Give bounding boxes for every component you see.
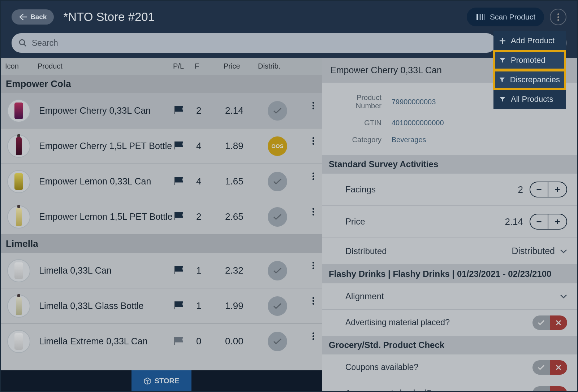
menu-promoted[interactable]: Promoted <box>493 51 566 70</box>
advertising-toggle[interactable] <box>532 315 567 330</box>
product-icon <box>7 135 30 158</box>
distrib-check[interactable] <box>268 332 287 351</box>
menu-all-label: All Products <box>511 95 553 104</box>
funnel-icon <box>499 57 506 63</box>
distributed-label: Distributed <box>345 246 387 256</box>
group-header: Empower Cola <box>1 75 322 93</box>
price-value: 2.32 <box>225 265 259 276</box>
meta-label-productnumber: Product Number <box>330 93 392 110</box>
product-row[interactable]: Empower Lemon 1,5L PET Bottle 2 2.65 <box>1 199 322 235</box>
coupons-question: Coupons available? <box>345 362 418 373</box>
search-placeholder: Search <box>32 38 58 48</box>
facings-value: 2 <box>196 105 225 116</box>
price-value: 0.00 <box>225 336 259 347</box>
distrib-check[interactable] <box>268 296 287 316</box>
product-row[interactable]: Limella Extreme 0,33L Can 0 0.00 <box>1 324 322 359</box>
funnel-icon <box>499 77 505 83</box>
price-value: 1.89 <box>225 140 259 152</box>
scan-label: Scan Product <box>490 13 535 21</box>
distributed-value: Distributed <box>512 246 555 256</box>
pl-flag <box>174 177 196 186</box>
distrib-check[interactable] <box>268 101 287 121</box>
menu-add-label: Add Product <box>511 36 555 45</box>
product-icon <box>7 330 30 353</box>
back-button[interactable]: Back <box>12 9 54 25</box>
product-icon <box>7 295 30 318</box>
price-value: 2.14 <box>225 105 259 116</box>
col-icon: Icon <box>5 62 38 70</box>
facings-plus[interactable]: + <box>548 182 566 197</box>
facings-value: 4 <box>196 140 225 152</box>
scan-product-button[interactable]: Scan Product <box>467 8 544 26</box>
meta-label-category: Category <box>330 136 392 144</box>
col-product: Product <box>38 62 173 70</box>
overflow-menu-button[interactable] <box>550 9 566 25</box>
check-icon <box>538 320 545 326</box>
price-value: 1.65 <box>225 176 259 187</box>
barcode-icon <box>475 13 486 21</box>
alignment-dropdown[interactable] <box>560 294 567 299</box>
row-overflow-button[interactable] <box>312 173 314 180</box>
facings-value: 4 <box>196 176 225 187</box>
product-name: Empower Cherry 1,5L PET Bottle <box>39 141 174 151</box>
row-overflow-button[interactable] <box>312 297 314 305</box>
row-overflow-button[interactable] <box>312 332 314 340</box>
menu-add-product[interactable]: Add Product <box>493 31 566 51</box>
product-row[interactable]: Limella 0,33L Can 1 2.32 <box>1 253 322 288</box>
price-value: 2.65 <box>225 211 259 222</box>
meta-label-gtin: GTIN <box>330 119 392 127</box>
chevron-down-icon <box>560 294 567 299</box>
row-overflow-button[interactable] <box>312 102 314 109</box>
distributed-dropdown[interactable]: Distributed <box>512 246 568 256</box>
back-label: Back <box>30 13 47 21</box>
oos-badge: OOS <box>268 136 287 156</box>
col-pl: P/L <box>173 62 195 70</box>
arrangement-toggle[interactable] <box>532 386 567 391</box>
facings-value: 1 <box>196 265 225 276</box>
distrib-check[interactable] <box>268 207 287 227</box>
product-name: Limella 0,33L Can <box>39 265 174 276</box>
product-row[interactable]: Empower Cherry 1,5L PET Bottle 4 1.89 OO… <box>1 129 322 164</box>
product-row[interactable]: Limella 0,33L Glass Bottle 1 1.99 <box>1 288 322 324</box>
section-standard-survey: Standard Survey Activities <box>322 155 577 174</box>
svg-line-7 <box>24 44 26 46</box>
x-icon <box>556 391 561 391</box>
check-icon <box>538 365 545 370</box>
product-icon <box>7 205 30 228</box>
distrib-check[interactable] <box>268 172 287 191</box>
svg-point-6 <box>20 40 25 45</box>
col-price: Price <box>224 62 258 70</box>
menu-discrepancies[interactable]: Discrepancies <box>493 70 566 90</box>
survey-facings-value: 2 <box>518 184 523 195</box>
product-row[interactable]: Empower Lemon 0,33L Can 4 1.65 <box>1 164 322 199</box>
product-name: Limella 0,33L Glass Bottle <box>39 301 174 311</box>
overflow-menu: Add Product Promoted Discrepancies All P… <box>493 31 566 109</box>
group-header: Limella <box>1 235 322 253</box>
facings-value: 2 <box>196 211 225 222</box>
coupons-toggle[interactable] <box>532 360 567 375</box>
facings-value: 1 <box>196 300 225 312</box>
search-input[interactable]: Search <box>12 33 496 53</box>
search-icon <box>19 39 27 47</box>
check-icon <box>538 391 545 391</box>
section-flashy: Flashy Drinks | Flashy Drinks | 01/23/20… <box>322 265 577 283</box>
advertising-question: Advertising material placed? <box>345 317 450 328</box>
store-tab-button[interactable]: STORE <box>131 370 192 391</box>
row-overflow-button[interactable] <box>312 262 314 269</box>
facings-value: 0 <box>196 336 225 347</box>
distrib-check[interactable] <box>268 261 287 280</box>
product-icon <box>7 99 30 122</box>
product-name: Empower Lemon 1,5L PET Bottle <box>39 212 174 222</box>
facings-minus[interactable]: − <box>530 182 548 197</box>
pl-flag <box>174 212 196 222</box>
product-row[interactable]: Empower Cherry 0,33L Can 2 2.14 <box>1 93 322 129</box>
meta-productnumber: 79900000003 <box>392 98 436 106</box>
row-overflow-button[interactable] <box>312 208 314 215</box>
menu-promoted-label: Promoted <box>511 56 545 65</box>
row-overflow-button[interactable] <box>312 137 314 145</box>
price-plus[interactable]: + <box>548 214 566 229</box>
pl-flag <box>174 266 196 275</box>
x-icon <box>556 365 561 370</box>
price-minus[interactable]: − <box>530 214 548 229</box>
menu-all-products[interactable]: All Products <box>493 90 566 109</box>
